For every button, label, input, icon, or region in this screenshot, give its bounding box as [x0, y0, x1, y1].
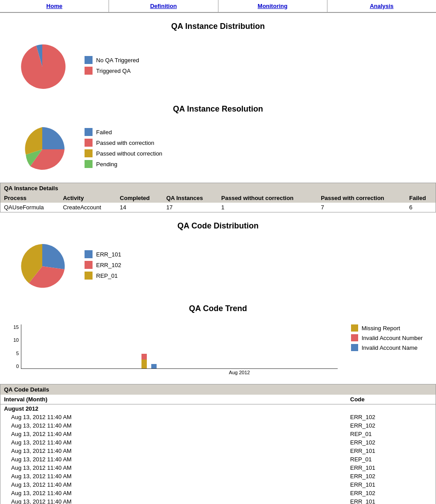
col-passed-no-correction: Passed without correction — [218, 193, 317, 203]
table-row-cell: 14 — [116, 203, 162, 212]
col-passed-with-correction: Passed with correction — [317, 193, 406, 203]
list-item: Aug 13, 2012 11:40 AMREP_01 — [0, 455, 436, 464]
y-label-15: 15 — [13, 324, 19, 330]
detail-date: Aug 13, 2012 11:40 AM — [0, 472, 347, 480]
table-row: QAUseFormulaCreateAccount1417176 — [0, 203, 436, 212]
legend-passed-no-correction: Passed without correction — [85, 149, 162, 157]
qa-code-details-section: QA Code Details Interval (Month) Code Au… — [0, 384, 436, 504]
triggered-qa-label: Triggered QA — [96, 68, 131, 74]
qa-code-distribution-title: QA Code Distribution — [0, 221, 436, 231]
passed-correction-label: Passed with correction — [96, 140, 154, 146]
passed-correction-color — [85, 139, 93, 147]
detail-code: ERR_102 — [347, 421, 436, 430]
detail-code: ERR_102 — [347, 472, 436, 480]
nav-definition[interactable]: Definition — [109, 0, 218, 12]
col-failed: Failed — [406, 193, 436, 203]
trend-plot — [21, 324, 337, 369]
nav-analysis[interactable]: Analysis — [327, 0, 436, 12]
detail-date: Aug 13, 2012 11:40 AM — [0, 489, 347, 497]
legend-no-qa: No QA Triggered — [85, 56, 139, 64]
list-item: Aug 13, 2012 11:40 AMERR_101 — [0, 497, 436, 504]
qa-instance-resolution-title: QA Instance Resolution — [0, 104, 436, 114]
list-item: Aug 13, 2012 11:40 AMERR_102 — [0, 489, 436, 497]
detail-code: ERR_101 — [347, 464, 436, 472]
err101-color — [85, 250, 93, 258]
err102-label: ERR_102 — [96, 262, 121, 268]
detail-date: Aug 13, 2012 11:40 AM — [0, 480, 347, 489]
legend-missing-report: Missing Report — [351, 324, 423, 332]
table-row-cell: 7 — [317, 203, 406, 212]
trend-bar-group-aug2 — [151, 364, 157, 368]
qa-code-details-col-headers: Interval (Month) Code — [0, 395, 436, 404]
nav-home[interactable]: Home — [0, 0, 109, 12]
detail-date: Aug 13, 2012 11:40 AM — [0, 497, 347, 504]
table-row-cell: 6 — [406, 203, 436, 212]
legend-err102: ERR_102 — [85, 261, 121, 269]
qa-instance-details-table: Process Activity Completed QA Instances … — [0, 193, 436, 212]
no-qa-label: No QA Triggered — [96, 57, 139, 64]
qa-code-pie — [18, 242, 67, 291]
no-qa-color — [85, 56, 93, 64]
detail-date: Aug 13, 2012 11:40 AM — [0, 430, 347, 438]
col-activity: Activity — [59, 193, 116, 203]
trend-legend: Missing Report Invalid Account Number In… — [351, 324, 423, 354]
legend-rep01: REP_01 — [85, 272, 121, 280]
nav-monitoring[interactable]: Monitoring — [218, 0, 327, 12]
missing-report-color — [351, 324, 358, 332]
qa-code-distribution-section: QA Code Distribution ERR_101 ERR_102 REP… — [0, 221, 436, 295]
list-item: Aug 13, 2012 11:40 AMREP_01 — [0, 430, 436, 438]
rep01-label: REP_01 — [96, 272, 117, 279]
list-item: Aug 13, 2012 11:40 AMERR_102 — [0, 413, 436, 421]
detail-date: Aug 13, 2012 11:40 AM — [0, 421, 347, 430]
table-row-cell: QAUseFormula — [0, 203, 59, 212]
col-code: Code — [347, 395, 436, 404]
legend-pending: Pending — [85, 160, 162, 168]
passed-no-correction-label: Passed without correction — [96, 150, 162, 157]
qa-instance-resolution-chart: Failed Passed with correction Passed wit… — [0, 120, 436, 178]
col-qa-instances: QA Instances — [163, 193, 218, 203]
month-header-august: August 2012 — [0, 404, 436, 413]
qa-code-distribution-chart: ERR_101 ERR_102 REP_01 — [0, 237, 436, 295]
pending-label: Pending — [96, 161, 117, 168]
col-process: Process — [0, 193, 59, 203]
qa-instance-distribution-title: QA Instance Distribution — [0, 22, 436, 31]
detail-date: Aug 13, 2012 11:40 AM — [0, 447, 347, 455]
qa-code-details-header: QA Code Details — [0, 384, 436, 395]
y-label-0: 0 — [16, 364, 19, 369]
detail-code: ERR_101 — [347, 497, 436, 504]
invalid-account-name-color — [351, 344, 358, 351]
detail-code: ERR_101 — [347, 480, 436, 489]
code-details-rows: Aug 13, 2012 11:40 AMERR_102Aug 13, 2012… — [0, 413, 436, 504]
detail-date: Aug 13, 2012 11:40 AM — [0, 455, 347, 464]
bar-missing-report — [141, 360, 147, 368]
qa-code-trend-chart-area: 15 10 5 0 — [0, 320, 436, 380]
bar-invalid-account-number — [141, 354, 147, 360]
list-item: Aug 13, 2012 11:40 AMERR_102 — [0, 472, 436, 480]
rep01-color — [85, 272, 93, 280]
detail-date: Aug 13, 2012 11:40 AM — [0, 413, 347, 421]
detail-code: ERR_102 — [347, 413, 436, 421]
navigation: Home Definition Monitoring Analysis — [0, 0, 436, 13]
list-item: Aug 13, 2012 11:40 AMERR_101 — [0, 464, 436, 472]
legend-err101: ERR_101 — [85, 250, 121, 258]
qa-distribution-legend: No QA Triggered Triggered QA — [85, 56, 139, 77]
table-row-cell: 1 — [218, 203, 317, 212]
invalid-account-number-color — [351, 334, 358, 341]
qa-instance-details-section: QA Instance Details Process Activity Com… — [0, 183, 436, 212]
table-row-cell: CreateAccount — [59, 203, 116, 212]
detail-code: ERR_102 — [347, 438, 436, 447]
list-item: Aug 13, 2012 11:40 AMERR_102 — [0, 421, 436, 430]
legend-triggered-qa: Triggered QA — [85, 67, 139, 75]
err101-label: ERR_101 — [96, 251, 121, 258]
table-row-cell: 17 — [163, 203, 218, 212]
failed-color — [85, 128, 93, 136]
passed-no-correction-color — [85, 149, 93, 157]
err102-color — [85, 261, 93, 269]
triggered-qa-color — [85, 67, 93, 75]
legend-failed: Failed — [85, 128, 162, 136]
y-label-10: 10 — [13, 337, 19, 343]
trend-y-axis: 15 10 5 0 — [13, 324, 21, 369]
qa-instance-distribution-chart: No QA Triggered Triggered QA — [0, 38, 436, 96]
qa-resolution-legend: Failed Passed with correction Passed wit… — [85, 128, 162, 171]
y-label-5: 5 — [16, 351, 19, 356]
